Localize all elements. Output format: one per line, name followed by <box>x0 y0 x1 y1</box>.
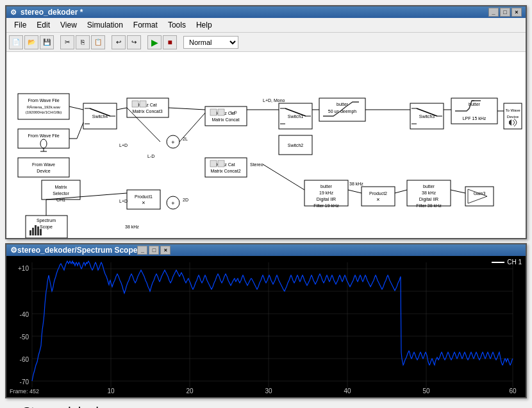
svg-text:L-D: L-D <box>231 110 237 114</box>
menu-format[interactable]: Format <box>128 19 163 31</box>
svg-text:Stereo: Stereo <box>250 162 263 167</box>
svg-text:L+D: L+D <box>119 199 128 203</box>
svg-text:Frame: 452: Frame: 452 <box>10 388 39 395</box>
svg-rect-31 <box>210 109 217 115</box>
menu-help[interactable]: Help <box>191 19 217 31</box>
svg-text:-70: -70 <box>20 378 29 386</box>
svg-text:19 kHz: 19 kHz <box>319 191 333 195</box>
svg-text:(192000Hz/1CH/16b): (192000Hz/1CH/16b) <box>26 110 62 114</box>
scope-close-button[interactable]: × <box>160 246 170 255</box>
svg-text:38 kHz: 38 kHz <box>125 225 139 229</box>
svg-rect-96 <box>35 225 37 235</box>
new-button[interactable]: 📄 <box>9 35 23 49</box>
open-button[interactable]: 📂 <box>24 35 38 49</box>
svg-text:Matrix: Matrix <box>54 185 67 189</box>
svg-text:From Wave: From Wave <box>32 162 55 167</box>
simulink-window-controls[interactable]: _ □ × <box>488 8 522 17</box>
toolbar: 📄 📂 💾 ✂ ⎘ 📋 ↩ ↪ ▶ ■ Normal Accelerator <box>6 33 526 52</box>
svg-text:LPF 15 kHz: LPF 15 kHz <box>463 116 486 121</box>
paste-button[interactable]: 📋 <box>91 35 105 49</box>
svg-text:38 kHz: 38 kHz <box>422 191 436 195</box>
svg-text:+10: +10 <box>18 265 29 272</box>
svg-text:Digital IIR: Digital IIR <box>317 197 336 202</box>
svg-rect-97 <box>37 226 39 235</box>
caption-bullet: • <box>13 405 17 408</box>
svg-rect-27 <box>140 101 146 107</box>
legend-line-icon <box>492 262 504 263</box>
maximize-button[interactable]: □ <box>500 8 510 17</box>
svg-text:Matrix Concat3: Matrix Concat3 <box>132 109 162 114</box>
svg-text:Filter 38 kHz: Filter 38 kHz <box>416 203 442 208</box>
scope-icon: ⚙ <box>10 246 17 255</box>
start-button[interactable]: ▶ <box>147 35 162 49</box>
svg-text:×: × <box>142 200 145 206</box>
menu-file[interactable]: File <box>9 19 31 31</box>
svg-text:Device: Device <box>37 169 51 173</box>
scope-window-controls[interactable]: _ □ × <box>137 246 170 255</box>
svg-text:60: 60 <box>509 387 517 395</box>
svg-text:10: 10 <box>107 387 115 395</box>
cut-button[interactable]: ✂ <box>60 35 74 49</box>
svg-text:From Wave File: From Wave File <box>28 133 59 138</box>
svg-text:butter: butter <box>320 184 333 189</box>
svg-text:Product2: Product2 <box>369 191 387 196</box>
svg-rect-5 <box>18 129 69 148</box>
menu-edit[interactable]: Edit <box>31 19 55 31</box>
svg-text:Product1: Product1 <box>135 194 153 199</box>
scope-minimize-button[interactable]: _ <box>137 246 147 255</box>
legend-label: CH 1 <box>507 259 522 266</box>
close-button[interactable]: × <box>511 8 522 17</box>
svg-text:From Wave File: From Wave File <box>28 98 59 103</box>
scope-legend: CH 1 <box>492 259 522 266</box>
svg-text:Switch2: Switch2 <box>288 143 304 148</box>
scope-maximize-button[interactable]: □ <box>149 246 159 255</box>
simulink-titlebar: ⚙ stereo_dekoder * _ □ × <box>6 6 526 18</box>
menubar: File Edit View Simulation Format Tools H… <box>6 18 526 33</box>
menu-view[interactable]: View <box>55 19 82 31</box>
svg-text:-60: -60 <box>20 356 29 363</box>
svg-rect-13 <box>42 180 80 200</box>
scope-titlebar: ⚙ stereo_dekoder/Spectrum Scope _ □ × <box>6 244 526 256</box>
menu-simulation[interactable]: Simulation <box>82 19 128 31</box>
minimize-button[interactable]: _ <box>488 8 499 17</box>
svg-rect-0 <box>6 52 526 238</box>
svg-rect-32 <box>218 109 224 115</box>
svg-text:+: + <box>171 200 174 207</box>
svg-text:×: × <box>376 196 379 203</box>
simulink-title: stereo_dekoder * <box>21 8 488 17</box>
svg-text:Scope: Scope <box>40 225 53 230</box>
caption-area: • Stereo dekoder <box>5 398 527 408</box>
svg-text:+: + <box>171 139 174 146</box>
menu-tools[interactable]: Tools <box>163 19 191 31</box>
copy-button[interactable]: ⎘ <box>76 35 90 49</box>
stop-button[interactable]: ■ <box>163 35 177 49</box>
svg-rect-71 <box>210 160 217 167</box>
svg-text:butter: butter <box>423 184 435 189</box>
simulink-icon: ⚙ <box>10 8 17 17</box>
svg-text:L+D, Mono: L+D, Mono <box>263 98 285 103</box>
svg-text:Digital IIR: Digital IIR <box>419 197 438 202</box>
redo-button[interactable]: ↪ <box>127 35 141 49</box>
svg-text:L-D: L-D <box>147 154 154 158</box>
svg-text:20: 20 <box>186 387 194 395</box>
svg-text:-40: -40 <box>20 311 29 318</box>
svg-rect-122 <box>6 256 526 397</box>
svg-text:FFT: FFT <box>29 237 38 238</box>
simulation-mode-dropdown[interactable]: Normal Accelerator <box>183 36 238 49</box>
undo-button[interactable]: ↩ <box>112 35 126 49</box>
svg-rect-94 <box>29 230 31 235</box>
scope-plot-area: CH 1 +10 -40 <box>6 256 526 397</box>
svg-text:Matrix Concat2: Matrix Concat2 <box>210 169 240 173</box>
svg-text:L+D: L+D <box>119 143 128 148</box>
svg-text:50: 50 <box>422 387 430 395</box>
svg-text:Device: Device <box>507 115 519 119</box>
svg-rect-26 <box>132 101 138 107</box>
svg-text:To Wave: To Wave <box>505 108 520 112</box>
svg-text:Matrix Concat: Matrix Concat <box>212 117 239 122</box>
svg-text:2D: 2D <box>183 198 188 202</box>
save-button[interactable]: 💾 <box>40 35 54 49</box>
svg-text:Spectrum: Spectrum <box>37 218 56 223</box>
svg-rect-98 <box>40 229 42 235</box>
svg-text:-50: -50 <box>20 334 29 341</box>
svg-text:40: 40 <box>344 387 351 395</box>
